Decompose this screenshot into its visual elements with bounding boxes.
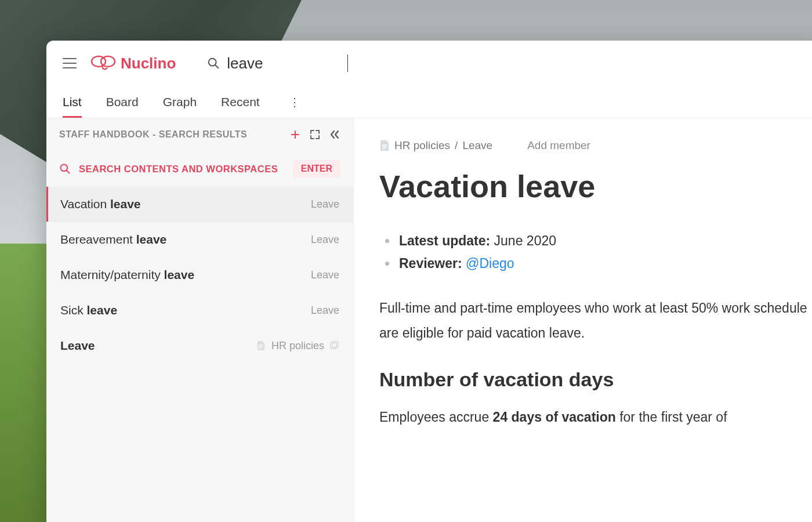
breadcrumb[interactable]: HR policies / Leave [379,139,492,152]
result-category: Leave [311,198,339,211]
section-heading: Number of vacation days [379,368,812,391]
result-category: Leave [311,304,339,317]
workspace: STAFF HANDBOOK - SEARCH RESULTS + SEARCH… [46,118,812,522]
document-icon [256,340,266,351]
search-result[interactable]: Sick leave Leave [46,293,353,328]
doc-paragraph: Full-time and part-time employees who wo… [379,296,812,345]
result-title: Leave [60,339,95,353]
expand-button[interactable] [309,129,321,140]
view-tabs: List Board Graph Recent ⋮ [46,86,812,118]
add-member-button[interactable]: Add member [527,139,590,152]
search-result[interactable]: Maternity/paternity leave Leave [46,258,353,293]
tab-recent[interactable]: Recent [221,87,260,117]
user-mention[interactable]: @Diego [466,256,514,271]
search-result[interactable]: Bereavement leave Leave [46,222,353,258]
result-title: Bereavement leave [60,233,166,246]
topbar: Nuclino [46,41,812,86]
enter-key-badge: ENTER [293,160,340,177]
svg-line-5 [67,171,70,173]
breadcrumb-sep: / [455,139,458,152]
svg-rect-12 [382,146,387,147]
tab-board[interactable]: Board [106,87,139,117]
brand-logo-icon [90,55,116,72]
search-result[interactable]: Vacation leave Leave [46,187,353,222]
breadcrumb-current: Leave [462,139,492,152]
search-input[interactable] [227,55,343,72]
svg-rect-11 [382,144,387,146]
sidebar: STAFF HANDBOOK - SEARCH RESULTS + SEARCH… [46,118,354,522]
search-icon [207,57,220,70]
app-window: Nuclino List Board Graph Recent ⋮ STAFF … [46,41,812,522]
add-item-button[interactable]: + [289,129,301,140]
search-icon [59,163,71,175]
brand-name: Nuclino [121,55,176,72]
page-title: Vacation leave [379,168,812,204]
sidebar-header-title: STAFF HANDBOOK - SEARCH RESULTS [59,129,281,140]
svg-point-1 [101,56,115,67]
svg-rect-13 [382,148,385,149]
meta-latest-update: Latest update: June 2020 [379,230,812,252]
search-box[interactable] [207,55,348,72]
collection-icon [330,341,339,350]
sidebar-header: STAFF HANDBOOK - SEARCH RESULTS + [46,118,353,151]
meta-reviewer: Reviewer: @Diego [379,252,812,275]
svg-rect-7 [259,346,263,347]
result-category: Leave [311,269,339,281]
search-result[interactable]: Leave HR policies [46,328,353,364]
collapse-sidebar-button[interactable] [329,129,340,140]
search-contents-label: SEARCH CONTENTS AND WORKSPACES [79,164,285,175]
menu-button[interactable] [63,58,77,68]
breadcrumb-parent: HR policies [394,139,450,152]
doc-paragraph: Employees accrue 24 days of vacation for… [379,405,812,430]
result-category: HR policies [256,340,339,352]
result-category: Leave [311,234,339,246]
tab-graph[interactable]: Graph [163,87,197,117]
tabs-more-button[interactable]: ⋮ [284,90,305,114]
tab-list[interactable]: List [63,87,82,117]
brand[interactable]: Nuclino [90,55,176,72]
text-cursor [347,55,348,72]
search-contents-action[interactable]: SEARCH CONTENTS AND WORKSPACES ENTER [46,151,353,187]
svg-rect-8 [259,348,262,349]
svg-rect-6 [259,345,263,345]
doc-meta-list: Latest update: June 2020 Reviewer: @Dieg… [379,230,812,275]
document-icon [379,140,390,151]
result-title: Maternity/paternity leave [60,268,194,282]
result-title: Sick leave [60,303,117,317]
document-content: HR policies / Leave Add member Vacation … [354,118,812,522]
svg-line-3 [215,65,219,68]
result-title: Vacation leave [60,197,141,211]
